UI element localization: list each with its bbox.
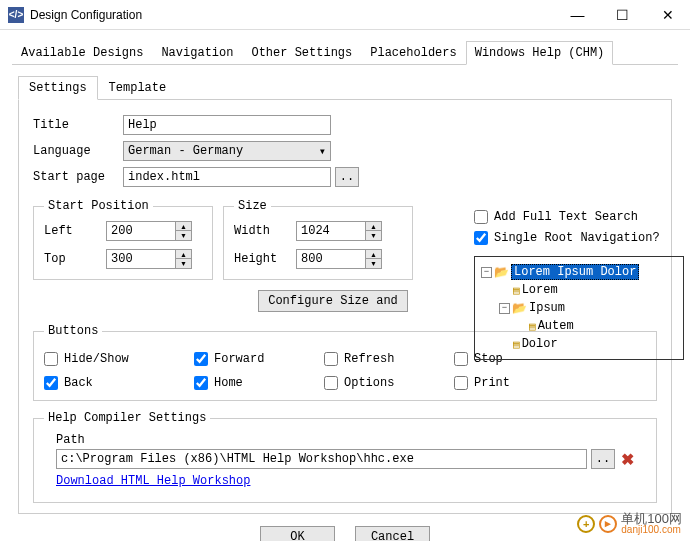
tree-node-root[interactable]: Lorem Ipsum Dolor — [511, 264, 639, 280]
tree-node[interactable]: Ipsum — [529, 301, 565, 315]
compiler-path-input[interactable] — [56, 449, 587, 469]
top-input[interactable] — [106, 249, 176, 269]
left-spinner[interactable]: ▲▼ — [176, 221, 192, 241]
forward-checkbox[interactable]: Forward — [194, 352, 324, 366]
tab-other-settings[interactable]: Other Settings — [242, 41, 361, 65]
height-input[interactable] — [296, 249, 366, 269]
startpage-browse-button[interactable]: .. — [335, 167, 359, 187]
app-icon: </> — [8, 7, 24, 23]
subtab-settings[interactable]: Settings — [18, 76, 98, 100]
title-input[interactable] — [123, 115, 331, 135]
tab-placeholders[interactable]: Placeholders — [361, 41, 465, 65]
tree-collapse-icon[interactable]: − — [499, 303, 510, 314]
tree-node[interactable]: Lorem — [522, 283, 558, 297]
subtab-template[interactable]: Template — [98, 76, 178, 100]
configure-size-button[interactable]: Configure Size and — [258, 290, 408, 312]
print-checkbox[interactable]: Print — [454, 376, 574, 390]
file-icon: ▤ — [513, 338, 520, 351]
tab-navigation[interactable]: Navigation — [152, 41, 242, 65]
hideshow-checkbox[interactable]: Hide/Show — [44, 352, 194, 366]
chevron-down-icon: ▾ — [319, 144, 326, 159]
window-title: Design Configuration — [30, 8, 555, 22]
settings-panel: Title Language German - Germany ▾ Start … — [18, 100, 672, 514]
height-spinner[interactable]: ▲▼ — [366, 249, 382, 269]
file-icon: ▤ — [513, 284, 520, 297]
close-button[interactable]: ✕ — [645, 0, 690, 30]
folder-open-icon: 📂 — [512, 301, 527, 316]
home-checkbox[interactable]: Home — [194, 376, 324, 390]
language-combo[interactable]: German - Germany ▾ — [123, 141, 331, 161]
path-label: Path — [44, 433, 646, 447]
compiler-browse-button[interactable]: .. — [591, 449, 615, 469]
watermark: +▸ 单机100网danji100.com — [577, 512, 682, 535]
clear-path-button[interactable]: ✖ — [621, 450, 634, 469]
startpage-input[interactable] — [123, 167, 331, 187]
cancel-button[interactable]: Cancel — [355, 526, 430, 541]
buttons-legend: Buttons — [44, 324, 102, 338]
tab-windows-help-chm[interactable]: Windows Help (CHM) — [466, 41, 614, 65]
width-input[interactable] — [296, 221, 366, 241]
startpage-label: Start page — [33, 170, 123, 184]
left-label: Left — [44, 224, 106, 238]
options-checkbox[interactable]: Options — [324, 376, 454, 390]
download-link[interactable]: Download HTML Help Workshop — [56, 474, 250, 488]
width-label: Width — [234, 224, 296, 238]
refresh-checkbox[interactable]: Refresh — [324, 352, 454, 366]
tree-node[interactable]: Dolor — [522, 337, 558, 351]
file-icon: ▤ — [529, 320, 536, 333]
navigation-tree[interactable]: −📂Lorem Ipsum Dolor ▤Lorem −📂Ipsum ▤Aute… — [474, 256, 684, 360]
top-spinner[interactable]: ▲▼ — [176, 249, 192, 269]
tree-node[interactable]: Autem — [538, 319, 574, 333]
compiler-legend: Help Compiler Settings — [44, 411, 210, 425]
fulltext-checkbox[interactable]: Add Full Text Search — [474, 210, 638, 224]
tree-collapse-icon[interactable]: − — [481, 267, 492, 278]
left-input[interactable] — [106, 221, 176, 241]
tab-available-designs[interactable]: Available Designs — [12, 41, 152, 65]
startpos-legend: Start Position — [44, 199, 153, 213]
back-checkbox[interactable]: Back — [44, 376, 194, 390]
top-label: Top — [44, 252, 106, 266]
maximize-button[interactable]: ☐ — [600, 0, 645, 30]
height-label: Height — [234, 252, 296, 266]
width-spinner[interactable]: ▲▼ — [366, 221, 382, 241]
size-legend: Size — [234, 199, 271, 213]
minimize-button[interactable]: — — [555, 0, 600, 30]
singleroot-checkbox[interactable]: Single Root Navigation? — [474, 231, 660, 245]
ok-button[interactable]: OK — [260, 526, 335, 541]
language-label: Language — [33, 144, 123, 158]
folder-open-icon: 📂 — [494, 265, 509, 280]
title-label: Title — [33, 118, 123, 132]
